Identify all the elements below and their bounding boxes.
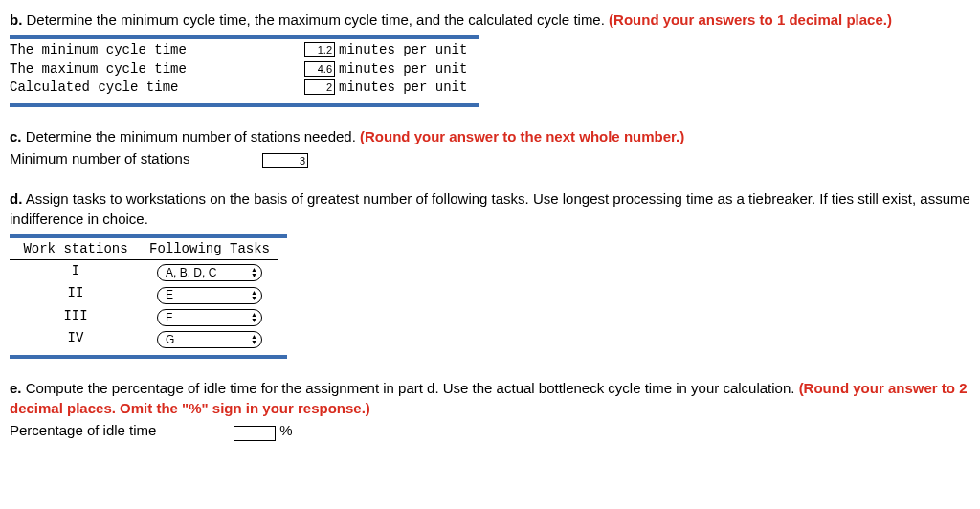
table-row: IV G▲▼ [10,327,278,349]
idle-label: Percentage of idle time [10,420,230,440]
label-d: d. [10,190,22,207]
idle-input[interactable] [234,426,276,441]
section-e: e. Compute the percentage of idle time f… [10,378,970,442]
label-e: e. [10,380,22,396]
select-value: E [166,287,173,303]
text-e: Compute the percentage of idle time for … [22,380,799,396]
table-row: III F▲▼ [10,305,278,327]
select-value: G [166,332,174,348]
ws-label: I [10,259,142,282]
max-cycle-input[interactable]: 4.6 [304,61,335,77]
text-d: Assign tasks to workstations on the basi… [10,190,970,227]
row-label: Calculated cycle time [10,78,297,98]
label-c: c. [10,128,22,144]
section-c: c. Determine the minimum number of stati… [10,126,970,170]
calc-cycle-input[interactable]: 2 [304,79,335,95]
row-label: The minimum cycle time [10,41,297,60]
label-b: b. [10,11,22,28]
text-b: Determine the minimum cycle time, the ma… [22,11,609,28]
row-unit: minutes per unit [335,78,467,98]
divider-bar [10,35,479,39]
stepper-icon: ▲▼ [251,290,257,301]
ws-label: IV [10,327,142,349]
stations-label: Minimum number of stations [10,148,258,168]
divider-bar [10,355,287,359]
pct-unit: % [279,422,292,438]
tasks-select-ii[interactable]: E▲▼ [157,287,262,304]
row-unit: minutes per unit [335,41,467,60]
idle-row: Percentage of idle time % [10,420,970,442]
stepper-icon: ▲▼ [251,267,257,278]
stepper-icon: ▲▼ [251,312,257,323]
stations-row: Minimum number of stations 3 [10,148,970,170]
ws-label: III [10,305,142,327]
cycle-row-calc: Calculated cycle time 2 minutes per unit [10,78,479,98]
tasks-select-i[interactable]: A, B, D, C▲▼ [157,264,262,281]
prompt-e: e. Compute the percentage of idle time f… [10,378,970,418]
section-b: b. Determine the minimum cycle time, the… [10,10,970,107]
col-header-ft: Following Tasks [142,240,278,259]
row-label: The maximum cycle time [10,60,297,79]
table-row: II E▲▼ [10,282,278,304]
stepper-icon: ▲▼ [251,334,257,345]
text-c: Determine the minimum number of stations… [22,128,361,144]
prompt-d: d. Assign tasks to workstations on the b… [10,188,970,229]
tasks-select-iv[interactable]: G▲▼ [157,331,262,348]
hint-b: (Round your answers to 1 decimal place.) [609,11,892,28]
table-row: I A, B, D, C▲▼ [10,259,278,282]
cycle-row-min: The minimum cycle time 1.2 minutes per u… [10,41,479,60]
section-d: d. Assign tasks to workstations on the b… [10,188,970,359]
hint-c: (Round your answer to the next whole num… [360,128,684,144]
cycle-row-max: The maximum cycle time 4.6 minutes per u… [10,60,479,79]
ws-label: II [10,282,142,304]
prompt-c: c. Determine the minimum number of stati… [10,126,970,146]
min-cycle-input[interactable]: 1.2 [304,42,335,57]
select-value: F [166,310,172,326]
row-unit: minutes per unit [335,60,467,79]
tasks-select-iii[interactable]: F▲▼ [157,309,262,326]
col-header-ws: Work stations [10,240,142,259]
divider-bar [10,234,287,238]
select-value: A, B, D, C [166,265,216,281]
prompt-b: b. Determine the minimum cycle time, the… [10,10,970,30]
workstation-table: Work stations Following Tasks I A, B, D,… [10,240,278,349]
stations-input[interactable]: 3 [262,153,308,168]
divider-bar [10,103,479,107]
